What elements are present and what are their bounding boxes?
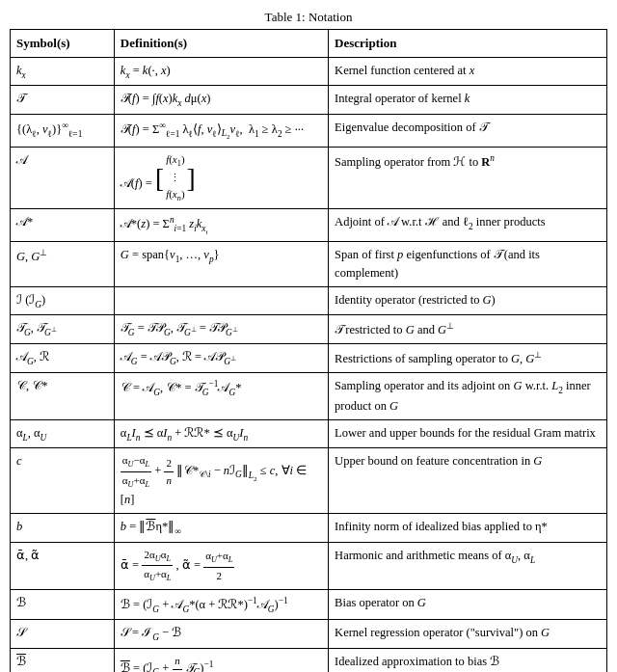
table-row: b b = ‖ℬη*‖∞ Infinity norm of idealized …	[11, 514, 607, 543]
symbol-cell: αL, αU	[11, 419, 115, 448]
desc-cell: Lower and upper bounds for the residual …	[329, 419, 607, 448]
header-description: Description	[329, 30, 607, 58]
symbol-cell: {(λℓ, vℓ)}∞ℓ=1	[11, 114, 115, 147]
symbol-cell: b	[11, 514, 115, 543]
table-row: 𝒜* 𝒜*(z) = Σni=1 zikxi Adjoint of 𝒜 w.r.…	[11, 209, 607, 242]
symbol-cell: 𝒜G, ℛ	[11, 344, 115, 373]
def-cell	[114, 286, 328, 315]
desc-cell: 𝒯 restricted to G and G⊥	[329, 315, 607, 344]
desc-cell: Span of first p eigenfunctions of 𝒯 (and…	[329, 242, 607, 287]
def-cell: 𝒯G = 𝒯𝒫G, 𝒯G⊥ = 𝒯𝒫G⊥	[114, 315, 328, 344]
table-row: kx kx = k(·, x) Kernel function centered…	[11, 57, 607, 86]
header-symbol: Symbol(s)	[11, 30, 115, 58]
def-cell: b = ‖ℬη*‖∞	[114, 514, 328, 543]
symbol-cell: ℐ (ℐG)	[11, 286, 115, 315]
table-title: Table 1: Notation	[10, 10, 607, 25]
table-row: 𝒞, 𝒞* 𝒞 = 𝒜G, 𝒞* = 𝒯G−1𝒜G* Sampling oper…	[11, 373, 607, 419]
def-cell: 𝒜*(z) = Σni=1 zikxi	[114, 209, 328, 242]
desc-cell: Integral operator of kernel k	[329, 86, 607, 115]
desc-cell: Upper bound on feature concentration in …	[329, 448, 607, 514]
desc-cell: Sampling operator from ℋ to Rn	[329, 147, 607, 209]
symbol-cell: 𝒯	[11, 86, 115, 115]
symbol-cell: 𝒮	[11, 620, 115, 649]
bracket-left: [	[155, 165, 164, 192]
table-row: ᾱ, α̃ ᾱ = 2αUαL αU+αL , α̃ = αU+αL 2 Har…	[11, 542, 607, 589]
def-cell: ᾱ = 2αUαL αU+αL , α̃ = αU+αL 2	[114, 542, 328, 589]
symbol-cell: 𝒞, 𝒞*	[11, 373, 115, 419]
table-row: ℬ ℬ = (ℐG + n ᾱ 𝒯G)−1 Idealized approxim…	[11, 649, 607, 673]
table-row: {(λℓ, vℓ)}∞ℓ=1 𝒯(f) = Σ∞ℓ=1 λℓ⟨f, vℓ⟩L2v…	[11, 114, 607, 147]
def-cell: 𝒯(f) = ∫f(x)kx dμ(x)	[114, 86, 328, 115]
desc-cell: Harmonic and arithmetic means of αU, αL	[329, 542, 607, 589]
def-cell: αU−αL αU+αL + 2 n ‖𝒞*𝒞\i − nℐG‖L2 ≤ c, ∀…	[114, 448, 328, 514]
table-row: 𝒯 𝒯(f) = ∫f(x)kx dμ(x) Integral operator…	[11, 86, 607, 115]
desc-cell: Eigenvalue decomposition of 𝒯	[329, 114, 607, 147]
table-row: 𝒜 𝒜(f) = [ f(x1) ⋮ f(xn) ] Sampling oper…	[11, 147, 607, 209]
bracket-right: ]	[187, 165, 196, 192]
desc-cell: Idealized approximation to bias ℬ	[329, 649, 607, 673]
desc-cell: Kernel function centered at x	[329, 57, 607, 86]
symbol-cell: ℬ	[11, 589, 115, 620]
def-cell: 𝒜G = 𝒜𝒫G, ℛ = 𝒜𝒫G⊥	[114, 344, 328, 373]
def-cell: 𝒞 = 𝒜G, 𝒞* = 𝒯G−1𝒜G*	[114, 373, 328, 419]
def-cell: kx = k(·, x)	[114, 57, 328, 86]
desc-cell: Identity operator (restricted to G)	[329, 286, 607, 315]
def-cell: 𝒯(f) = Σ∞ℓ=1 λℓ⟨f, vℓ⟩L2vℓ, λ1 ≥ λ2 ≥ ··…	[114, 114, 328, 147]
def-cell: ℬ = (ℐG + n ᾱ 𝒯G)−1	[114, 649, 328, 673]
symbol-cell: G, G⊥	[11, 242, 115, 287]
symbol-cell: 𝒜	[11, 147, 115, 209]
symbol-cell: 𝒯G, 𝒯G⊥	[11, 315, 115, 344]
symbol-cell: ℬ	[11, 649, 115, 673]
desc-cell: Kernel regression operator ("survival") …	[329, 620, 607, 649]
matrix-content: f(x1) ⋮ f(xn)	[164, 151, 186, 205]
symbol-cell: kx	[11, 57, 115, 86]
symbol-cell: c	[11, 448, 115, 514]
header-definition: Definition(s)	[114, 30, 328, 58]
notation-table: Symbol(s) Definition(s) Description kx k…	[10, 29, 607, 672]
desc-cell: Sampling operator and its adjoint on G w…	[329, 373, 607, 419]
table-row: αL, αU αLIn ⪯ αIn + ℛℛ* ⪯ αUIn Lower and…	[11, 419, 607, 448]
def-cell: αLIn ⪯ αIn + ℛℛ* ⪯ αUIn	[114, 419, 328, 448]
def-cell: 𝒜(f) = [ f(x1) ⋮ f(xn) ]	[114, 147, 328, 209]
desc-cell: Adjoint of 𝒜 w.r.t ℋ and ℓ2 inner produc…	[329, 209, 607, 242]
def-cell: G = span{v1, …, vp}	[114, 242, 328, 287]
desc-cell: Bias operator on G	[329, 589, 607, 620]
table-row: 𝒯G, 𝒯G⊥ 𝒯G = 𝒯𝒫G, 𝒯G⊥ = 𝒯𝒫G⊥ 𝒯 restricte…	[11, 315, 607, 344]
def-cell: 𝒮 = ℐG − ℬ	[114, 620, 328, 649]
table-row: 𝒜G, ℛ 𝒜G = 𝒜𝒫G, ℛ = 𝒜𝒫G⊥ Restrictions of…	[11, 344, 607, 373]
symbol-cell: ᾱ, α̃	[11, 542, 115, 589]
table-row: c αU−αL αU+αL + 2 n ‖𝒞*𝒞\i − nℐG‖L2 ≤ c,…	[11, 448, 607, 514]
table-row: 𝒮 𝒮 = ℐG − ℬ Kernel regression operator …	[11, 620, 607, 649]
desc-cell: Restrictions of sampling operator to G, …	[329, 344, 607, 373]
def-cell: ℬ = (ℐG + 𝒜G*(α + ℛℛ*)−1𝒜G)−1	[114, 589, 328, 620]
symbol-cell: 𝒜*	[11, 209, 115, 242]
desc-cell: Infinity norm of idealized bias applied …	[329, 514, 607, 543]
table-row: ℐ (ℐG) Identity operator (restricted to …	[11, 286, 607, 315]
table-row: G, G⊥ G = span{v1, …, vp} Span of first …	[11, 242, 607, 287]
table-row: ℬ ℬ = (ℐG + 𝒜G*(α + ℛℛ*)−1𝒜G)−1 Bias ope…	[11, 589, 607, 620]
